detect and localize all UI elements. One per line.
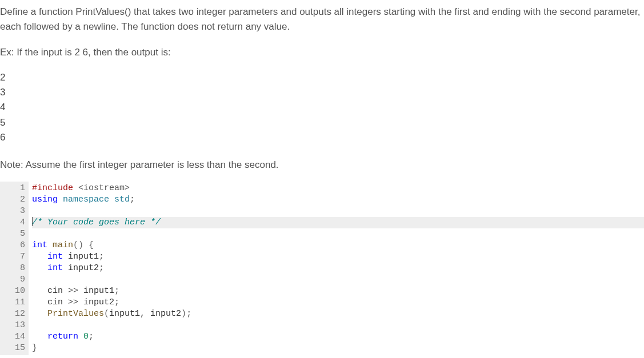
example-output: 2 3 4 5 6 bbox=[0, 70, 644, 146]
line-number: 13 bbox=[6, 320, 25, 331]
line-number: 8 bbox=[6, 263, 25, 274]
line-number: 2 bbox=[6, 194, 25, 206]
line-number: 1 bbox=[6, 183, 25, 194]
code-line: int input1; bbox=[32, 251, 644, 263]
code-line: #include <iostream> bbox=[32, 183, 644, 194]
code-line: int input2; bbox=[32, 263, 644, 274]
problem-note: Note: Assume the first integer parameter… bbox=[0, 158, 644, 172]
code-line bbox=[32, 320, 644, 331]
code-content[interactable]: #include <iostream> using namespace std;… bbox=[29, 182, 644, 355]
code-line-highlight: /* Your code goes here */ bbox=[32, 217, 644, 228]
line-number: 3 bbox=[6, 206, 25, 217]
line-number: 15 bbox=[6, 343, 25, 354]
code-line bbox=[32, 228, 644, 240]
line-number-gutter: 1 2 3 4 5 6 7 8 9 10 11 12 13 14 15 bbox=[0, 182, 29, 355]
code-editor[interactable]: 1 2 3 4 5 6 7 8 9 10 11 12 13 14 15 #inc… bbox=[0, 182, 644, 355]
line-number: 10 bbox=[6, 285, 25, 297]
line-number: 14 bbox=[6, 331, 25, 343]
problem-description: Define a function PrintValues() that tak… bbox=[0, 5, 644, 34]
code-line: PrintValues(input1, input2); bbox=[32, 308, 644, 320]
code-line: } bbox=[32, 343, 644, 354]
line-number: 5 bbox=[6, 228, 25, 240]
code-line bbox=[32, 274, 644, 285]
code-line: cin >> input2; bbox=[32, 297, 644, 308]
line-number: 6 bbox=[6, 240, 25, 251]
code-line: using namespace std; bbox=[32, 194, 644, 206]
example-label: Ex: If the input is 2 6, then the output… bbox=[0, 45, 644, 60]
line-number: 9 bbox=[6, 274, 25, 285]
code-line: cin >> input1; bbox=[32, 285, 644, 297]
code-line: int main() { bbox=[32, 240, 644, 251]
code-line bbox=[32, 206, 644, 217]
line-number: 7 bbox=[6, 251, 25, 263]
line-number: 11 bbox=[6, 297, 25, 308]
code-line: return 0; bbox=[32, 331, 644, 343]
line-number: 4 bbox=[6, 217, 25, 228]
line-number: 12 bbox=[6, 308, 25, 320]
